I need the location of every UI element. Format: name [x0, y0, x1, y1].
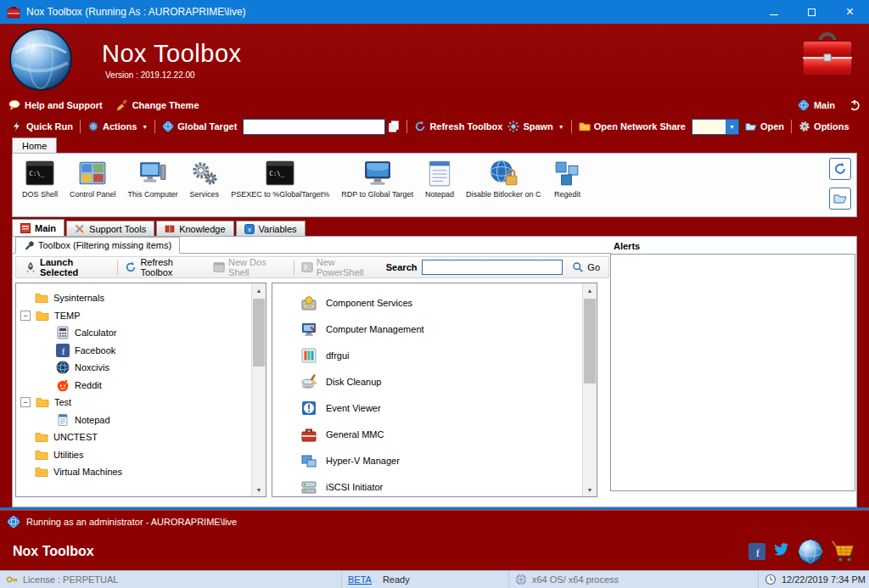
quick-item-psexec[interactable]: C:\_ PSEXEC to %GlobalTarget% — [225, 158, 335, 199]
scroll-up-icon[interactable]: ▲ — [252, 283, 266, 297]
beta-link[interactable]: BETA — [348, 574, 372, 585]
scroll-down-icon[interactable]: ▼ — [583, 483, 597, 496]
collapse-icon[interactable]: − — [20, 397, 31, 407]
help-and-support-button[interactable]: Help and Support — [8, 99, 103, 111]
powershell-icon — [301, 261, 313, 273]
build-status: BETA Ready — [342, 571, 508, 588]
copy-button[interactable] — [388, 120, 400, 132]
close-button[interactable]: × — [831, 0, 869, 24]
scroll-down-icon[interactable]: ▼ — [252, 483, 266, 496]
global-target-input[interactable] — [243, 119, 385, 135]
options-button[interactable]: Options — [799, 120, 849, 132]
scrollbar-thumb[interactable] — [253, 299, 265, 367]
collapse-icon[interactable]: − — [20, 311, 31, 321]
red-window-icon — [20, 223, 31, 233]
tree-item-calculator[interactable]: Calculator — [16, 324, 266, 342]
tree-item-unctest[interactable]: UNCTEST — [16, 428, 266, 446]
list-item-event-viewer[interactable]: Event Viewer — [272, 395, 597, 421]
network-share-combobox[interactable]: ▼ — [692, 119, 739, 135]
list-item-iscsi-initiator[interactable]: iSCSI Initiator — [272, 473, 597, 497]
open-button[interactable]: Open — [745, 120, 784, 132]
list-item-general-mmc[interactable]: General MMC — [272, 421, 597, 447]
tab-toolbox-filtering[interactable]: Toolbox (Filtering missing items) — [15, 237, 180, 254]
datetime-status: 12/22/2019 7:34 PM — [759, 571, 869, 588]
iscsi-icon — [300, 479, 317, 496]
tab-variables[interactable]: x Variables — [236, 221, 306, 236]
go-button[interactable]: Go — [572, 261, 600, 273]
main-tab-strip: Main Support Tools Knowledge x Variables — [0, 219, 869, 236]
quick-item-notepad[interactable]: Notepad — [419, 158, 460, 199]
list-item-dfrgui[interactable]: dfrgui — [272, 342, 597, 368]
quick-item-services[interactable]: Services — [184, 158, 226, 199]
list-item-component-services[interactable]: Component Services — [272, 289, 597, 316]
tree-item-notepad[interactable]: Notepad — [16, 412, 266, 429]
toolbox-toolbar: Launch Selected Refresh Toolbox New Dos … — [15, 256, 609, 278]
tree-item-utilities[interactable]: Utilities — [16, 446, 266, 464]
tab-support-tools[interactable]: Support Tools — [66, 221, 154, 236]
minimize-button[interactable] — [754, 0, 793, 24]
launch-selected-button[interactable]: Launch Selected — [25, 257, 110, 277]
change-theme-button[interactable]: Change Theme — [116, 99, 199, 111]
globe-icon — [515, 574, 527, 585]
tree-item-sysinternals[interactable]: Sysinternals — [16, 289, 266, 307]
new-dos-shell-button[interactable]: New Dos Shell — [213, 257, 287, 277]
new-powershell-button[interactable]: New PowerShell — [301, 257, 382, 277]
variables-icon: x — [244, 224, 255, 234]
folder-icon — [35, 291, 48, 305]
dark-wrench-icon — [24, 240, 34, 250]
main-menu-button[interactable]: Main — [798, 99, 835, 111]
tab-knowledge[interactable]: Knowledge — [156, 221, 233, 236]
twitter-icon[interactable] — [773, 543, 790, 560]
quick-item-rdp[interactable]: RDP to Global Target — [335, 158, 419, 199]
terminal-icon: C:\_ — [25, 159, 54, 188]
open-folder-icon — [833, 192, 847, 205]
architecture-status: x64 OS/ x64 process — [509, 571, 758, 588]
refresh-icon — [414, 120, 426, 132]
tree-item-temp[interactable]: − TEMP — [16, 307, 266, 325]
list-item-computer-management[interactable]: Computer Management — [272, 316, 597, 342]
facebook-icon[interactable]: f — [748, 543, 765, 560]
app-title: Nox Toolbox — [102, 40, 242, 68]
list-item-disk-cleanup[interactable]: Disk Cleanup — [272, 368, 597, 395]
list-item-hyperv-manager[interactable]: Hyper-V Manager — [272, 447, 597, 473]
quick-run-button[interactable]: Quick Run — [11, 120, 73, 132]
quick-item-control-panel[interactable]: Control Panel — [64, 158, 122, 199]
tree-scrollbar[interactable]: ▲ ▼ — [251, 283, 266, 496]
panel-refresh-button[interactable] — [829, 158, 851, 180]
computer-icon — [138, 159, 167, 188]
quick-launch-panel: C:\_ DOS Shell Control Panel This Comput… — [12, 153, 857, 217]
panel-open-folder-button[interactable] — [829, 188, 851, 210]
tree-item-facebook[interactable]: f Facebook — [16, 342, 266, 360]
tree-item-reddit[interactable]: Reddit — [16, 377, 266, 395]
refresh-toolbox-inner-button[interactable]: Refresh Toolbox — [125, 257, 205, 277]
search-input[interactable] — [422, 260, 563, 275]
toolbox-tree: Sysinternals − TEMP Calculator f Faceboo… — [16, 283, 266, 481]
launch-rocket-icon — [25, 261, 36, 273]
app-toolbox-icon — [7, 5, 20, 19]
power-button[interactable] — [849, 99, 861, 111]
spawn-dropdown[interactable]: Spawn▼ — [507, 120, 563, 132]
global-target-label: Global Target — [162, 120, 237, 132]
quick-item-this-computer[interactable]: This Computer — [122, 158, 184, 199]
refresh-toolbox-button[interactable]: Refresh Toolbox — [414, 120, 502, 132]
tab-home[interactable]: Home — [12, 137, 57, 153]
actions-dropdown[interactable]: Actions▼ — [87, 120, 148, 132]
quick-item-dos-shell[interactable]: C:\_ DOS Shell — [16, 158, 64, 199]
store-cart-icon[interactable] — [831, 539, 856, 564]
copy-icon — [388, 120, 400, 132]
quick-item-regedit[interactable]: Regedit — [547, 158, 587, 199]
website-globe-icon[interactable] — [798, 539, 823, 564]
combo-dropdown-icon[interactable]: ▼ — [726, 120, 738, 134]
gear-icon — [799, 120, 810, 132]
scrollbar-thumb[interactable] — [584, 299, 596, 384]
tree-item-virtual-machines[interactable]: Virtual Machines — [16, 463, 266, 481]
magnifier-icon — [572, 261, 584, 273]
list-scrollbar[interactable]: ▲ ▼ — [582, 283, 597, 496]
mmc-icon — [300, 426, 317, 443]
tree-item-noxcivis[interactable]: Noxcivis — [16, 359, 266, 377]
maximize-button[interactable] — [793, 0, 831, 24]
tree-item-test[interactable]: − Test — [16, 394, 266, 412]
scroll-up-icon[interactable]: ▲ — [583, 283, 597, 297]
tab-main[interactable]: Main — [12, 219, 64, 236]
quick-item-disable-bitlocker[interactable]: Disable Bitlocker on C — [460, 158, 547, 199]
